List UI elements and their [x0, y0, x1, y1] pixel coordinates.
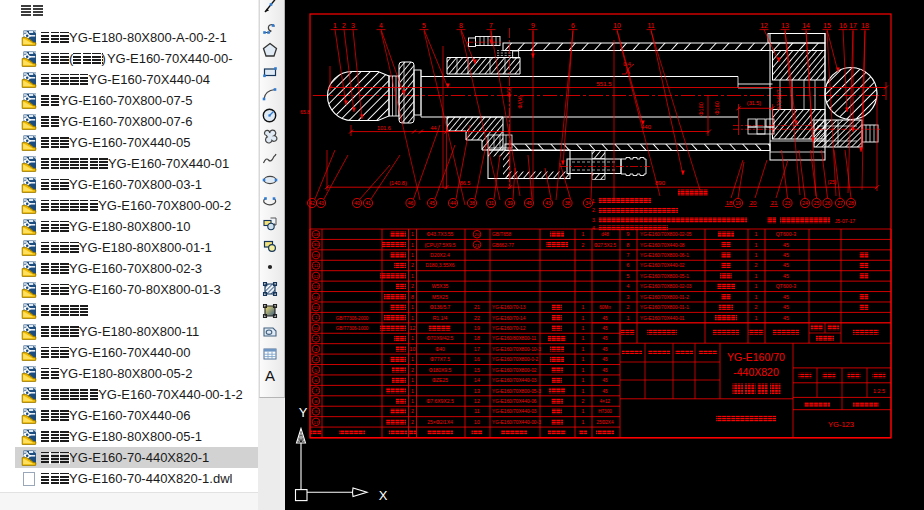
svg-text:4: 4	[627, 283, 630, 289]
svg-text:3: 3	[351, 22, 355, 29]
svg-text:Φ180Χ9.5: Φ180Χ9.5	[429, 367, 452, 373]
svg-text:45: 45	[783, 273, 789, 279]
svg-text:Φ70Χ9/42.5: Φ70Χ9/42.5	[427, 335, 454, 341]
svg-text:QT600-3: QT600-3	[776, 283, 797, 289]
svg-text:30: 30	[314, 242, 319, 247]
svg-text:1: 1	[582, 388, 585, 394]
svg-text:45: 45	[526, 200, 532, 206]
svg-text:1: 1	[755, 273, 758, 279]
svg-text:D180,3.55X6: D180,3.55X6	[425, 262, 454, 268]
svg-text:26: 26	[825, 200, 831, 206]
svg-text:9: 9	[315, 409, 318, 414]
svg-text:4: 4	[315, 357, 318, 362]
svg-text:2: 2	[627, 304, 630, 310]
svg-text:45: 45	[602, 368, 608, 373]
svg-text:GB/T7306-1000: GB/T7306-1000	[336, 326, 369, 331]
svg-text:44: 44	[430, 125, 436, 131]
svg-text:YG-E160/70-14: YG-E160/70-14	[492, 316, 526, 321]
svg-text:45: 45	[783, 304, 789, 310]
svg-text:18: 18	[861, 22, 869, 29]
svg-text:1: 1	[411, 356, 414, 362]
svg-text:45: 45	[602, 357, 608, 362]
svg-text:R1 1/4: R1 1/4	[433, 315, 448, 321]
svg-text:YG-E160/70X440-01: YG-E160/70X440-01	[640, 316, 685, 321]
svg-text:86.5: 86.5	[460, 180, 471, 186]
svg-text:16: 16	[474, 356, 480, 362]
svg-text:3: 3	[315, 347, 318, 352]
svg-text:10: 10	[410, 346, 416, 352]
svg-text:5: 5	[422, 22, 426, 29]
svg-text:4: 4	[379, 22, 383, 29]
svg-text:1: 1	[582, 325, 585, 331]
svg-text:7: 7	[489, 22, 493, 29]
svg-text:YG-E160/70X800-10-3: YG-E160/70X800-10-3	[492, 347, 541, 352]
svg-text:-440X820: -440X820	[733, 366, 779, 378]
svg-text:6: 6	[627, 262, 630, 268]
svg-text:YG-E160/70X440-03: YG-E160/70X440-03	[492, 409, 537, 414]
svg-text:19: 19	[735, 200, 741, 206]
svg-text:18: 18	[474, 335, 480, 341]
svg-text:YG-E160/70X800-05-3: YG-E160/70X800-05-3	[492, 389, 541, 394]
svg-text:7: 7	[315, 388, 318, 393]
svg-text:8: 8	[411, 294, 414, 300]
svg-text:YG-E160/70X800-01-1: YG-E160/70X800-01-1	[640, 305, 689, 310]
svg-text:15: 15	[474, 367, 480, 373]
svg-text:8: 8	[459, 22, 463, 29]
svg-text:25: 25	[814, 200, 820, 206]
svg-text:4.: 4.	[592, 225, 596, 231]
svg-text:45: 45	[602, 336, 608, 341]
svg-text:2: 2	[411, 283, 414, 289]
svg-text:(140.8): (140.8)	[389, 180, 407, 186]
svg-text:43: 43	[545, 200, 551, 206]
svg-text:20: 20	[475, 232, 480, 237]
svg-text:45: 45	[783, 262, 789, 268]
svg-text:11: 11	[647, 22, 654, 29]
svg-text:15: 15	[314, 305, 319, 310]
svg-text:2: 2	[315, 336, 318, 341]
svg-text:J5-07-17: J5-07-17	[835, 218, 856, 224]
svg-text:Φ50: Φ50	[506, 87, 512, 97]
svg-text:W5X35: W5X35	[432, 283, 449, 289]
svg-text:4×12: 4×12	[600, 399, 611, 404]
svg-text:18: 18	[726, 200, 733, 206]
svg-text:d48: d48	[601, 232, 609, 237]
svg-text:17: 17	[474, 346, 480, 352]
svg-text:12: 12	[760, 22, 768, 29]
svg-text:23: 23	[785, 200, 791, 206]
svg-text:12: 12	[410, 325, 416, 331]
svg-text:1: 1	[411, 377, 414, 383]
svg-text:YG-E160/70X440-03: YG-E160/70X440-03	[492, 378, 537, 383]
svg-text:1:2.5: 1:2.5	[873, 388, 885, 394]
svg-text:YG-123: YG-123	[828, 420, 854, 429]
svg-text:1: 1	[755, 294, 758, 300]
svg-text:1: 1	[755, 231, 758, 237]
svg-text:2: 2	[342, 22, 346, 29]
svg-text:1: 1	[411, 242, 414, 248]
svg-text:6: 6	[571, 22, 575, 29]
svg-text:1: 1	[582, 231, 585, 237]
svg-text:GB/T658: GB/T658	[492, 232, 512, 237]
svg-text:1: 1	[411, 398, 414, 404]
svg-text:5: 5	[315, 368, 318, 373]
svg-text:1: 1	[755, 283, 758, 289]
svg-text:M5X25: M5X25	[432, 294, 448, 300]
svg-text:12: 12	[314, 274, 319, 279]
svg-text:16: 16	[314, 253, 319, 258]
svg-text:Φ40: Φ40	[435, 346, 445, 352]
svg-text:1: 1	[582, 419, 585, 425]
svg-text:A: A	[265, 368, 275, 384]
svg-text:45: 45	[783, 315, 789, 321]
svg-text:QT600-3: QT600-3	[776, 231, 797, 237]
svg-text:YG-E160/70X800-01-2: YG-E160/70X800-01-2	[640, 295, 689, 300]
svg-text:9: 9	[531, 22, 535, 29]
svg-text:YG-E160/70: YG-E160/70	[727, 351, 785, 363]
svg-text:11: 11	[314, 263, 319, 268]
svg-text:45: 45	[783, 252, 789, 258]
svg-text:1: 1	[411, 304, 414, 310]
svg-text:Φ136/5.7: Φ136/5.7	[430, 304, 451, 310]
svg-text:1: 1	[582, 335, 585, 341]
svg-text:ΦZE25: ΦZE25	[432, 377, 448, 383]
svg-text:9: 9	[627, 231, 630, 237]
svg-text:39: 39	[507, 200, 513, 206]
svg-text:2: 2	[755, 262, 758, 268]
